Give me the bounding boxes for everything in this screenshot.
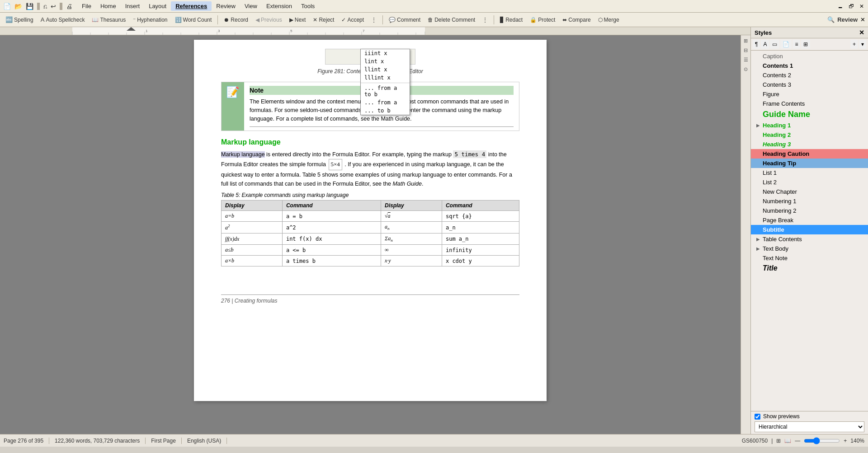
page-layout-icon[interactable]: ⊞ [776,438,781,444]
reject-button[interactable]: ✕ Reject [310,16,337,24]
protect-button[interactable]: 🔒 Protect [527,16,558,24]
auto-spellcheck-button[interactable]: A Auto Spellcheck [38,15,88,24]
style-item-numbering2[interactable]: Numbering 2 [751,206,868,215]
menu-extension[interactable]: Extension [262,1,297,11]
right-toolbar-btn2[interactable]: ⊟ [743,47,749,54]
menu-home[interactable]: Home [96,1,121,11]
ctx-item-lint[interactable]: lint x [361,57,410,65]
menu-insert[interactable]: Insert [121,1,145,11]
next-button[interactable]: ▶ Next [287,16,309,24]
save-icon[interactable]: 💾 [24,2,35,11]
redact-button[interactable]: ▊ Redact [497,16,525,24]
styles-page-btn[interactable]: 📄 [780,40,792,49]
style-item-heading-caution[interactable]: Heading Caution [751,149,868,159]
compare-button[interactable]: ⬌ Compare [560,16,593,24]
cell-d1-r5: a×b [222,256,283,266]
menu-tools[interactable]: Tools [297,1,319,11]
more-button[interactable]: ⋮ [368,16,379,24]
spelling-button[interactable]: 🔤 Spelling [3,15,36,24]
expand-arrow: ▶ [756,237,761,242]
redo-icon[interactable]: ↩ [49,2,57,11]
ctx-item-to-b[interactable]: ... to b [361,107,410,115]
style-item-guide-name[interactable]: Guide Name [751,108,868,121]
table-row: ∫f(x)dx int f(x) dx Σan sum a_n [222,234,519,245]
style-item-page-break[interactable]: Page Break [751,215,868,225]
style-item-contents2[interactable]: Contents 2 [751,70,868,80]
maximize-button[interactable]: 🗗 [846,2,856,10]
styles-close-icon[interactable]: ✕ [859,29,864,36]
show-previews-checkbox[interactable] [755,414,760,420]
review-label: Review [837,16,858,23]
previous-button[interactable]: ◀ Previous [253,16,285,24]
style-item-subtitle[interactable]: Subtitle [751,225,868,234]
style-item-list1[interactable]: List 1 [751,168,868,177]
menu-layout[interactable]: Layout [144,1,171,11]
undo-icon[interactable]: ⎌ [42,2,48,11]
para1: Markup language is entered directly into… [221,150,519,188]
styles-new-btn[interactable]: + [850,40,858,49]
word-count-button[interactable]: 🔢 Word Count [172,16,215,24]
hierarchical-select[interactable]: Hierarchical [755,421,864,432]
style-label-caption: Caption [763,53,783,60]
menu-view[interactable]: View [240,1,262,11]
new-icon[interactable]: 📄 [2,2,12,11]
print-icon[interactable]: 🖨 [65,2,74,11]
cell-d2-r4: ∞ [381,245,442,256]
style-item-text-body[interactable]: ▶ Text Body [751,244,868,253]
panel-close-icon[interactable]: ✕ [860,16,865,23]
style-item-table-contents[interactable]: ▶ Table Contents [751,234,868,244]
ctx-item-iiint[interactable]: iiint x [361,49,410,57]
record-button[interactable]: ⏺ Record [221,16,251,24]
ctx-item-from-a-to-b[interactable]: ... from a to b [361,84,410,98]
minimize-button[interactable]: 🗕 [835,2,845,10]
styles-char-btn[interactable]: A [761,40,769,49]
close-button[interactable]: ✕ [857,2,866,10]
compare-label: Compare [568,17,590,23]
style-item-new-chapter[interactable]: New Chapter [751,187,868,196]
open-icon[interactable]: 📂 [13,2,24,11]
cell-c2-r3: sum a_n [442,234,519,245]
menu-references[interactable]: References [171,1,212,11]
delete-comment-button[interactable]: 🗑 Delete Comment [425,16,478,24]
style-item-frame-contents[interactable]: Frame Contents [751,99,868,108]
style-item-figure[interactable]: Figure [751,89,868,99]
style-item-list2[interactable]: List 2 [751,177,868,187]
accept-button[interactable]: ✓ Accept [339,16,367,24]
redact-label: Redact [505,17,523,23]
style-label-table-contents: Table Contents [763,236,802,243]
show-previews-label[interactable]: Show previews [755,413,864,420]
styles-frame-btn[interactable]: ▭ [770,40,779,49]
right-toolbar-btn1[interactable]: ⊞ [743,37,749,45]
styles-list-btn[interactable]: ≡ [793,40,800,49]
style-item-heading-tip[interactable]: Heading Tip [751,159,868,168]
manage-button[interactable]: ⋮ [480,16,491,24]
style-item-heading1[interactable]: ▶ Heading 1 [751,121,868,130]
expand-arrow: ▶ [756,246,761,251]
thesaurus-button[interactable]: 📖 Thesaurus [89,16,128,24]
menu-file[interactable]: File [77,1,96,11]
style-item-contents3[interactable]: Contents 3 [751,80,868,89]
style-item-title[interactable]: Title [751,263,868,274]
style-item-heading2[interactable]: Heading 2 [751,130,868,140]
style-item-caption[interactable]: Caption [751,51,868,61]
style-item-numbering1[interactable]: Numbering 1 [751,196,868,206]
hyphenation-button[interactable]: ⁻ Hyphenation [130,16,170,24]
right-toolbar-btn4[interactable]: ⊙ [743,65,749,73]
styles-table-btn[interactable]: ⊞ [801,40,810,49]
zoom-slider[interactable] [804,437,840,444]
menu-items: File Home Insert Layout References Revie… [77,1,319,11]
right-toolbar-btn3[interactable]: ☰ [743,56,749,64]
ctx-item-from-a[interactable]: ... from a [361,98,410,107]
comment-button[interactable]: 💬 Comment [386,16,423,24]
ctx-item-lllint[interactable]: lllint x [361,74,410,82]
ctx-item-llint[interactable]: llint x [361,65,410,74]
book-view-icon[interactable]: 📖 [784,438,791,444]
style-item-heading3[interactable]: Heading 3 [751,140,868,149]
menu-review[interactable]: Review [212,1,240,11]
merge-button[interactable]: ⬡ Merge [595,16,622,24]
styles-more-btn[interactable]: ▾ [859,40,866,49]
style-item-text-note[interactable]: Text Note [751,253,868,263]
styles-para-btn[interactable]: ¶ [753,40,760,49]
comment-label: Comment [397,17,420,23]
style-item-contents1[interactable]: Contents 1 [751,61,868,70]
